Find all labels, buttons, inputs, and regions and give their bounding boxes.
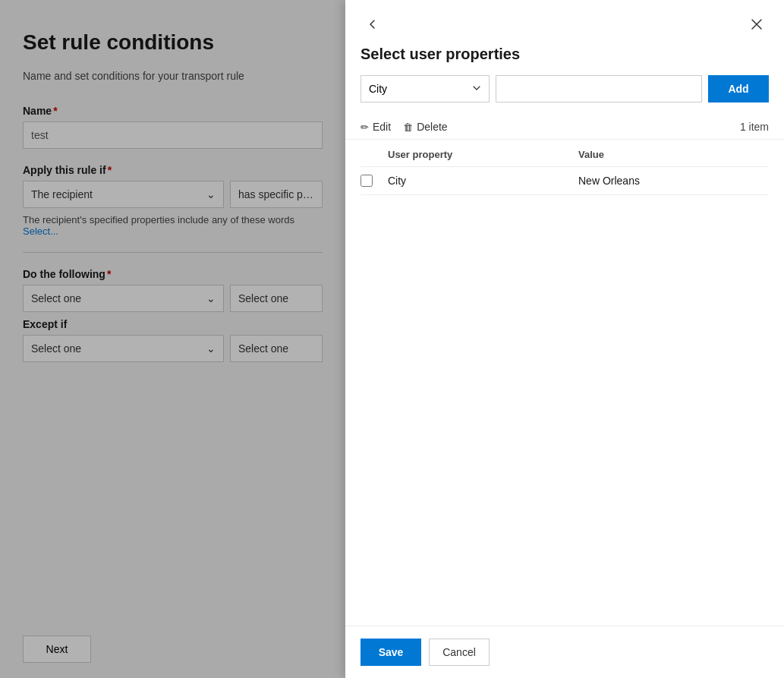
property-dropdown-chevron bbox=[472, 83, 481, 95]
table-row: City New Orleans bbox=[361, 167, 769, 195]
panel-title: Select user properties bbox=[345, 46, 784, 75]
add-button[interactable]: Add bbox=[708, 75, 769, 102]
property-dropdown-value: City bbox=[369, 83, 387, 95]
panel-table: User property Value City New Orleans bbox=[345, 140, 784, 626]
value-col-header: Value bbox=[578, 149, 769, 160]
row-checkbox[interactable] bbox=[361, 175, 388, 187]
row-check-input[interactable] bbox=[361, 175, 373, 187]
row-property: City bbox=[388, 175, 578, 187]
back-button[interactable] bbox=[361, 12, 385, 36]
side-panel: Select user properties City Add Edit Del… bbox=[345, 0, 784, 678]
panel-toolbar: Edit Delete 1 item bbox=[345, 115, 784, 140]
toolbar-left: Edit Delete bbox=[361, 121, 448, 133]
delete-button[interactable]: Delete bbox=[403, 121, 447, 133]
property-col-header: User property bbox=[388, 149, 578, 160]
row-value: New Orleans bbox=[578, 175, 769, 187]
panel-header bbox=[345, 0, 784, 46]
value-input[interactable] bbox=[496, 75, 702, 102]
close-button[interactable] bbox=[745, 12, 769, 36]
cancel-button[interactable]: Cancel bbox=[429, 639, 490, 666]
table-header: User property Value bbox=[361, 140, 769, 167]
panel-footer: Save Cancel bbox=[345, 626, 784, 678]
item-count: 1 item bbox=[740, 121, 769, 133]
edit-icon bbox=[361, 121, 369, 133]
panel-controls: City Add bbox=[345, 75, 784, 115]
delete-icon bbox=[403, 121, 413, 133]
save-button[interactable]: Save bbox=[361, 639, 421, 666]
overlay-dimmer bbox=[0, 0, 345, 678]
property-dropdown[interactable]: City bbox=[361, 75, 490, 102]
edit-button[interactable]: Edit bbox=[361, 121, 391, 133]
